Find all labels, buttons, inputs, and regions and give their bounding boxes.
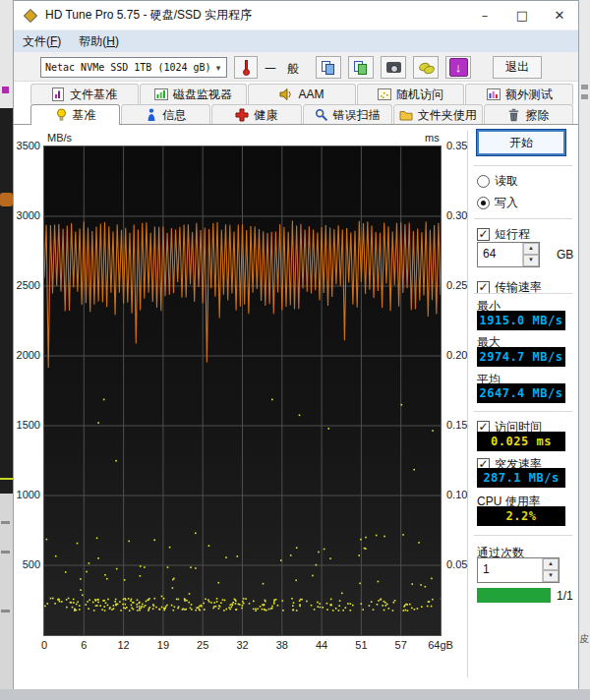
burst-rate-display: 287.1 MB/s (477, 468, 565, 488)
menu-help[interactable]: 帮助(H) (70, 33, 128, 50)
benchmark-plot (44, 146, 441, 635)
tab-label: AAM (298, 88, 324, 101)
drive-select-value: Netac NVMe SSD 1TB (1024 gB) (41, 62, 210, 73)
save-results-button[interactable]: ↓ (445, 56, 471, 79)
tab-label: 文件基准 (70, 87, 117, 103)
axis-tick-label: 32 (225, 639, 261, 651)
tab-label: 随机访问 (396, 87, 443, 103)
axis-tick-label: 0.20 (446, 349, 467, 361)
spin-down-button[interactable]: ▼ (543, 570, 559, 582)
tab-random-access[interactable]: 随机访问 (357, 84, 465, 104)
copy-text-button[interactable] (316, 56, 341, 79)
spin-up-button[interactable]: ▲ (543, 558, 559, 570)
axis-tick-label: 57 (384, 639, 419, 651)
tab-label: 信息 (162, 107, 186, 124)
divider (474, 535, 572, 536)
disk-monitor-icon (154, 88, 168, 101)
tab-info[interactable]: 信息 (121, 104, 210, 125)
control-panel: 开始 读取 写入 短行程 64 ▲ ▼ GB 传输速率 最小 (474, 124, 578, 689)
axis-tick-label: 0.10 (446, 489, 467, 500)
axis-tick-label: 0.15 (446, 419, 467, 431)
speaker-icon (279, 88, 293, 101)
tab-label: 额外测试 (505, 87, 553, 103)
y-left-unit: MB/s (47, 132, 72, 144)
chevron-down-icon: ▾ (210, 63, 226, 73)
background-fragment (1, 521, 10, 524)
short-stroke-checkbox[interactable]: 短行程 (477, 226, 530, 243)
exit-button[interactable]: 退出 (493, 56, 542, 79)
axis-tick-label: 0.25 (446, 279, 467, 291)
axis-tick-label: 64gB (423, 639, 458, 651)
window-title: HD Tune Pro 5.75 - 硬盘/SSD 实用程序 (45, 7, 252, 24)
background-fragment (581, 85, 588, 89)
temperature-button[interactable] (234, 56, 258, 79)
axis-tick-label: 3500 (14, 140, 40, 151)
cpu-usage-display: 2.2% (477, 506, 565, 526)
background-text-fragment: 皮 (579, 632, 589, 646)
read-radio[interactable]: 读取 (477, 173, 518, 190)
axis-tick-label: 6 (66, 639, 101, 651)
write-radio[interactable]: 写入 (477, 195, 518, 211)
checkbox-checked-icon[interactable] (477, 228, 490, 241)
background-fragment (2, 87, 9, 93)
temperature-status: 一 般 (265, 61, 303, 78)
gb-unit-label: GB (557, 248, 573, 262)
divider (474, 165, 572, 166)
axis-tick-label: 500 (14, 558, 40, 570)
tab-label: 擦除 (525, 107, 549, 124)
maximize-button[interactable]: □ (503, 2, 541, 29)
read-label: 读取 (495, 173, 518, 190)
benchmark-icon (55, 108, 68, 122)
short-stroke-label: 短行程 (495, 226, 530, 243)
write-label: 写入 (495, 195, 518, 211)
background-fragment (581, 94, 588, 99)
folder-icon (399, 108, 413, 122)
toolbar: Netac NVMe SSD 1TB (1024 gB) ▾ 一 般 ↓ 退出 (14, 52, 578, 82)
progress-bar (477, 588, 551, 603)
background-fragment (0, 478, 13, 480)
axis-tick-label: 19 (146, 639, 181, 651)
tab-folder-usage[interactable]: 文件夹使用 (393, 104, 483, 125)
screenshot-button[interactable] (381, 56, 406, 79)
radio-selected-icon[interactable] (477, 197, 490, 209)
axis-tick-label: 0 (27, 639, 62, 651)
tab-file-benchmark[interactable]: 文件基准 (30, 84, 139, 104)
thermometer-icon (242, 60, 250, 76)
axis-tick-label: 51 (343, 639, 379, 651)
keys-icon (419, 63, 434, 73)
extra-tests-icon (487, 88, 501, 101)
minimize-button[interactable]: – (466, 2, 503, 29)
axis-tick-label: 12 (106, 639, 142, 651)
menu-file[interactable]: 文件(F) (14, 33, 70, 50)
tab-erase[interactable]: 擦除 (484, 104, 573, 125)
tab-health[interactable]: 健康 (211, 104, 301, 125)
axis-tick-label: 0.05 (446, 558, 467, 570)
start-button[interactable]: 开始 (477, 130, 565, 155)
short-stroke-stepper[interactable]: 64 ▲ ▼ (477, 242, 540, 267)
copy-image-button[interactable] (348, 56, 374, 79)
tab-extra-tests[interactable]: 额外测试 (465, 84, 573, 104)
titlebar[interactable]: HD Tune Pro 5.75 - 硬盘/SSD 实用程序 – □ ✕ (14, 1, 578, 30)
tab-disk-monitor[interactable]: 磁盘监视器 (140, 84, 248, 104)
axis-tick-label: 2500 (14, 279, 40, 291)
info-icon (146, 108, 157, 122)
axis-tick-label: 2000 (14, 349, 40, 361)
radio-icon[interactable] (477, 175, 490, 188)
pass-count-stepper[interactable]: 1 ▲ ▼ (477, 557, 560, 583)
highlight-button[interactable] (413, 56, 439, 79)
drive-select[interactable]: Netac NVMe SSD 1TB (1024 gB) ▾ (40, 57, 227, 78)
spin-up-button[interactable]: ▲ (523, 243, 539, 255)
close-button[interactable]: ✕ (541, 2, 578, 29)
axis-tick-label: 1500 (14, 419, 40, 431)
background-graph-fragment (0, 108, 13, 494)
tab-benchmark[interactable]: 基准 (30, 104, 120, 125)
spin-down-button[interactable]: ▼ (523, 255, 539, 266)
tab-label: 错误扫描 (333, 107, 381, 124)
divider (474, 411, 572, 412)
tab-label: 健康 (254, 107, 277, 124)
scatter-icon (378, 88, 391, 101)
background-fragment (0, 193, 13, 206)
download-icon: ↓ (449, 58, 468, 77)
tab-aam[interactable]: AAM (248, 84, 356, 104)
tab-error-scan[interactable]: 错误扫描 (303, 104, 392, 125)
